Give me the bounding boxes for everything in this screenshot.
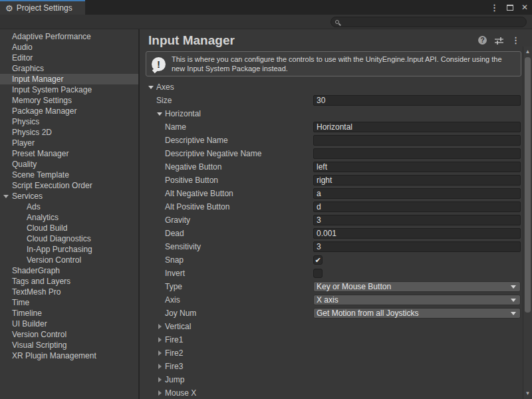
field-alt-negative-button[interactable]: a [313, 188, 521, 199]
sidebar-item-cloud-build[interactable]: Cloud Build [0, 223, 138, 233]
scroll-up-icon[interactable]: ▲ [523, 48, 532, 56]
field-descriptive-negative-name[interactable] [313, 148, 521, 159]
sidebar-item-label: Tags and Layers [0, 276, 70, 287]
sidebar-item-ui-builder[interactable]: UI Builder [0, 319, 138, 329]
maximize-icon[interactable] [507, 5, 513, 11]
foldout-collapsed-icon[interactable] [156, 360, 165, 373]
sidebar-item-time[interactable]: Time [0, 297, 138, 308]
field-alt-positive-button[interactable]: d [313, 201, 521, 212]
sidebar-item-package-manager[interactable]: Package Manager [0, 106, 138, 116]
dropdown-type[interactable]: Key or Mouse Button [313, 281, 521, 292]
sidebar-item-tags-and-layers[interactable]: Tags and Layers [0, 276, 138, 287]
foldout-expanded-icon[interactable] [3, 195, 9, 198]
sidebar-item-ads[interactable]: Ads [0, 201, 138, 212]
field-descriptive-name[interactable] [313, 135, 521, 146]
setting-label: Positive Button [165, 174, 218, 187]
field-positive-button[interactable]: right [313, 175, 521, 186]
scroll-down-icon[interactable]: ▼ [523, 390, 532, 398]
sidebar-item-xr-plugin-management[interactable]: XR Plugin Management [0, 350, 138, 361]
help-icon[interactable]: ? [478, 36, 487, 45]
sidebar-item-label: Timeline [0, 308, 42, 319]
vertical-scrollbar[interactable]: ▲ ▼ [523, 47, 532, 399]
foldout-collapsed-icon[interactable] [156, 320, 165, 333]
setting-control: Key or Mouse Button [313, 281, 521, 292]
sidebar-item-input-manager[interactable]: Input Manager [0, 74, 138, 84]
sidebar-item-script-execution-order[interactable]: Script Execution Order [0, 180, 138, 191]
sidebar-item-version-control[interactable]: Version Control [0, 255, 138, 265]
setting-row-sensitivity: Sensitivity3 [140, 240, 532, 253]
sidebar-item-analytics[interactable]: Analytics [0, 212, 138, 223]
sidebar-item-services[interactable]: Services [0, 191, 138, 201]
setting-label: Joy Num [165, 307, 196, 320]
sidebar-item-quality[interactable]: Quality [0, 159, 138, 170]
sidebar-item-editor[interactable]: Editor [0, 53, 138, 63]
sidebar-item-shadergraph[interactable]: ShaderGraph [0, 265, 138, 276]
setting-row-snap: Snap✔ [140, 253, 532, 267]
foldout-collapsed-icon[interactable] [156, 386, 165, 399]
field-name[interactable]: Horizontal [313, 122, 521, 132]
setting-row-positive-button: Positive Buttonright [140, 174, 532, 187]
sidebar-item-label: Quality [0, 159, 37, 170]
presets-icon[interactable] [494, 37, 504, 45]
sidebar-item-textmesh-pro[interactable]: TextMesh Pro [0, 287, 138, 297]
setting-label: Sensitivity [165, 240, 201, 253]
sidebar-item-audio[interactable]: Audio [0, 42, 138, 53]
setting-row-axis: AxisX axis [140, 293, 532, 307]
checkbox-snap[interactable]: ✔ [313, 255, 323, 265]
sidebar-item-version-control[interactable]: Version Control [0, 329, 138, 340]
sidebar-item-physics-2d[interactable]: Physics 2D [0, 127, 138, 138]
sidebar-item-physics[interactable]: Physics [0, 116, 138, 127]
checkbox-invert[interactable] [313, 269, 323, 278]
foldout-expanded-icon[interactable] [148, 80, 156, 94]
dropdown-joy-num[interactable]: Get Motion from all Joysticks [313, 308, 521, 319]
foldout-collapsed-icon[interactable] [156, 373, 165, 386]
setting-label: Negative Button [165, 160, 221, 174]
sidebar-item-adaptive-performance[interactable]: Adaptive Performance [0, 31, 138, 42]
info-banner-text: This is where you can configure the cont… [172, 55, 515, 73]
sidebar-item-graphics[interactable]: Graphics [0, 63, 138, 74]
setting-label: Vertical [165, 320, 191, 333]
setting-row-fire3: Fire3 [140, 360, 532, 373]
chevron-down-icon [511, 285, 516, 289]
settings-category-list: Adaptive PerformanceAudioEditorGraphicsI… [0, 29, 140, 399]
setting-label: Fire1 [165, 333, 183, 346]
warning-icon: ! [152, 57, 166, 71]
close-icon[interactable]: ✕ [521, 3, 528, 12]
tab-label: Project Settings [17, 3, 72, 13]
tab-project-settings[interactable]: ⚙ Project Settings [0, 0, 85, 15]
sidebar-item-in-app-purchasing[interactable]: In-App Purchasing [0, 244, 138, 255]
setting-row-axes: Axes [140, 80, 532, 94]
setting-label: Invert [165, 267, 185, 280]
setting-label: Jump [165, 373, 184, 386]
foldout-collapsed-icon[interactable] [156, 333, 165, 346]
dropdown-axis[interactable]: X axis [313, 295, 521, 305]
sidebar-item-scene-template[interactable]: Scene Template [0, 170, 138, 180]
sidebar-item-input-system-package[interactable]: Input System Package [0, 84, 138, 95]
window-menu-icon[interactable]: ⋮ [490, 3, 499, 13]
sidebar-item-visual-scripting[interactable]: Visual Scripting [0, 340, 138, 350]
panel-menu-icon[interactable]: ⋮ [511, 35, 520, 45]
foldout-expanded-icon[interactable] [156, 107, 165, 120]
setting-control: a [313, 188, 521, 199]
setting-label: Mouse X [165, 386, 196, 399]
sidebar-item-memory-settings[interactable]: Memory Settings [0, 95, 138, 106]
field-negative-button[interactable]: left [313, 162, 521, 172]
field-gravity[interactable]: 3 [313, 215, 521, 225]
search-box[interactable] [331, 17, 527, 27]
sidebar-item-label: Version Control [0, 329, 66, 340]
scrollbar-thumb[interactable] [525, 57, 531, 313]
sidebar-item-label: Graphics [0, 63, 44, 74]
setting-control: ✔ [313, 255, 521, 265]
field-size[interactable]: 30 [313, 95, 521, 106]
setting-row-fire2: Fire2 [140, 346, 532, 360]
search-input[interactable] [342, 18, 515, 26]
sidebar-item-preset-manager[interactable]: Preset Manager [0, 148, 138, 159]
sidebar-item-cloud-diagnostics[interactable]: Cloud Diagnostics [0, 233, 138, 244]
field-dead[interactable]: 0.001 [313, 228, 521, 239]
panel-header: Input Manager ? ⋮ [140, 29, 532, 48]
sidebar-item-player[interactable]: Player [0, 138, 138, 148]
sidebar-item-timeline[interactable]: Timeline [0, 308, 138, 319]
field-sensitivity[interactable]: 3 [313, 241, 521, 252]
foldout-collapsed-icon[interactable] [156, 346, 165, 360]
setting-label: Axis [165, 293, 180, 307]
